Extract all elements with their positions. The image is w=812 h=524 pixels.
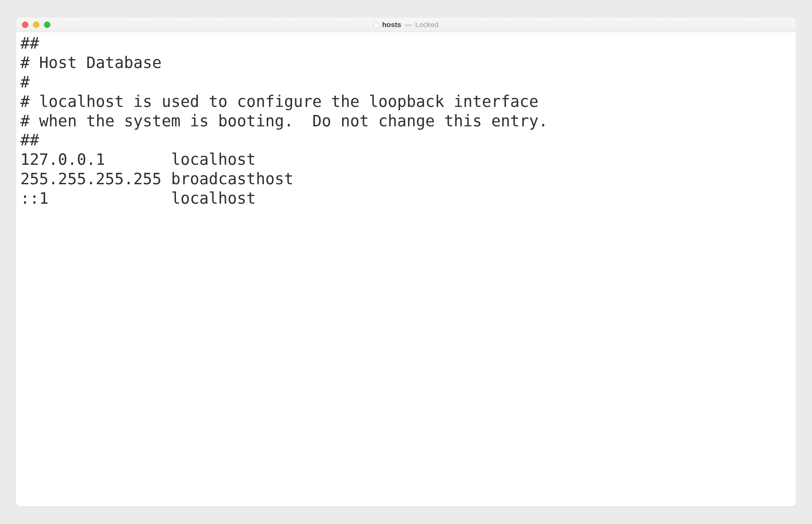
zoom-button[interactable] [44, 22, 50, 28]
minimize-button[interactable] [33, 22, 39, 28]
window-controls [22, 22, 50, 28]
textedit-window: hosts — Locked ## # Host Database # # lo… [16, 18, 796, 506]
title-status: Locked [415, 21, 439, 29]
window-title[interactable]: hosts — Locked [373, 21, 438, 29]
document-icon [373, 21, 379, 28]
title-filename: hosts [382, 21, 401, 29]
title-separator: — [404, 21, 413, 29]
titlebar[interactable]: hosts — Locked [16, 18, 796, 32]
text-editor[interactable]: ## # Host Database # # localhost is used… [16, 32, 796, 506]
close-button[interactable] [22, 22, 28, 28]
